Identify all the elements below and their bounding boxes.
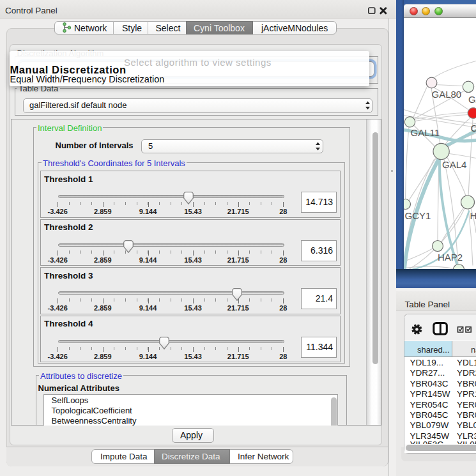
svg-text:CR: CR [471, 122, 476, 133]
svg-text:GAL11: GAL11 [411, 127, 440, 137]
svg-text:GAL4: GAL4 [442, 159, 466, 170]
svg-text:GA: GA [468, 93, 476, 104]
svg-text:HA: HA [470, 210, 476, 221]
svg-text:GAL80: GAL80 [432, 88, 462, 99]
svg-text:GCY1: GCY1 [405, 210, 431, 221]
svg-text:HAP2: HAP2 [438, 252, 463, 263]
